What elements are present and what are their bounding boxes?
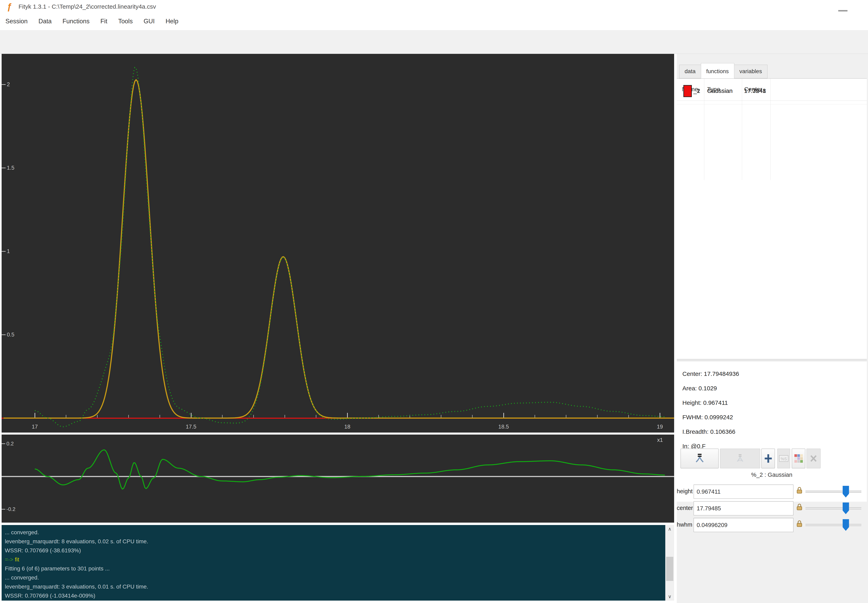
title-bar: ƒ Fityk 1.3.1 - C:\Temp\24_2\corrected.l… (0, 0, 868, 12)
panel-splitter[interactable] (677, 359, 867, 362)
y-tick-label: 0.5 (7, 332, 14, 338)
menu-item[interactable]: Functions (57, 18, 95, 25)
info-line: I.Breadth: 0.106366 (682, 425, 867, 439)
add-function-compass-icon (694, 453, 705, 464)
y-tick-label: 1.5 (7, 165, 14, 171)
svg-text:%S: %S (781, 457, 787, 461)
parameter-label: height (677, 488, 692, 495)
menu-item[interactable]: GUI (138, 18, 160, 25)
parameter-row: center (677, 501, 867, 515)
y-axis: 0.511.52 (2, 81, 14, 338)
lock-icon[interactable] (795, 503, 803, 514)
table-row[interactable]: _2 Gaussian 17.7948 (677, 79, 867, 104)
info-line: FWHM: 0.0999242 (682, 410, 867, 425)
minimize-button[interactable] (838, 10, 848, 11)
y-tick-label: 1 (7, 248, 10, 254)
percent-s-button: %S (777, 448, 790, 468)
colors-grid-button[interactable] (792, 448, 805, 468)
parameter-label: hwhm (677, 521, 692, 528)
menu-item[interactable]: Help (160, 18, 184, 25)
aux-tick-label: 0.2 (6, 441, 14, 447)
console-line: WSSR: 0.707669 (-38.6193%) (5, 546, 674, 555)
x-tick-label: 17.5 (186, 424, 197, 430)
console-lines: ... converged. levenberg_marquardt: 8 ev… (5, 528, 674, 600)
x-tick-label: 17 (32, 424, 38, 430)
function-info-box: Center: 17.79484936Area: 0.1029Height: 0… (677, 362, 867, 502)
output-console[interactable]: ... converged. levenberg_marquardt: 8 ev… (2, 525, 674, 601)
scroll-up-icon[interactable]: ∧ (665, 526, 674, 532)
menu-item[interactable]: Session (0, 18, 33, 25)
sidebar-panel: datafunctionsvariables Name Type Center … (677, 54, 868, 603)
y-tick-label: 2 (7, 81, 10, 87)
console-line: =-> fit (5, 555, 674, 564)
add-point-button[interactable] (761, 448, 775, 468)
console-line: ... converged. (5, 528, 674, 537)
slider-thumb[interactable] (843, 502, 849, 514)
selected-function-label: %_2 : Gaussian (677, 472, 867, 478)
auxiliary-plot-area[interactable]: 0.2-0.2 x1 (2, 434, 674, 523)
x-tick-label: 18.5 (498, 424, 509, 430)
x-axis: 1717.51818.519 (2, 413, 674, 430)
slider-track[interactable] (806, 507, 861, 509)
x-tick-label: 19 (657, 424, 663, 430)
sidebar-tab[interactable]: variables (734, 65, 767, 78)
parameter-row: hwhm (677, 518, 867, 532)
parameter-value-input[interactable] (694, 485, 794, 499)
parameter-row: height (677, 485, 867, 499)
sidebar-tab[interactable]: data (679, 65, 701, 78)
percent-s-icon: %S (778, 453, 789, 464)
model-sum-curve (4, 80, 674, 418)
aux-zero-line (2, 476, 674, 477)
menu-item[interactable]: Tools (113, 18, 138, 25)
info-line: Height: 0.967411 (682, 396, 867, 410)
fityk-app-icon: ƒ (7, 2, 12, 12)
lock-icon[interactable] (795, 520, 803, 531)
parameter-value-input[interactable] (694, 501, 794, 515)
slider-thumb[interactable] (843, 486, 849, 498)
menu-bar: SessionDataFunctionsFitToolsGUIHelp (0, 12, 868, 30)
add-function-compass-disabled-button: shbo (720, 448, 760, 468)
function-color-swatch[interactable] (684, 85, 692, 97)
auxiliary-plot-canvas[interactable]: 0.2-0.2 (2, 434, 674, 523)
window-title: Fityk 1.3.1 - C:\Temp\24_2\corrected.lin… (19, 3, 156, 10)
scroll-down-icon[interactable]: ∨ (665, 594, 674, 599)
console-scrollbar[interactable]: ∧ ∨ (665, 525, 674, 601)
info-line: Center: 17.79484936 (682, 366, 867, 381)
parameter-label: center (677, 505, 692, 511)
add-function-compass-button[interactable] (680, 448, 719, 468)
delete-button (806, 448, 820, 468)
add-point-icon (763, 453, 774, 464)
lock-icon (795, 503, 803, 511)
info-line: Area: 0.1029 (682, 381, 867, 396)
delete-icon (808, 453, 819, 464)
functions-list[interactable]: Name Type Center _1 Gaussian 17.3241 _2 … (677, 78, 867, 359)
x-tick-label: 18 (344, 424, 350, 430)
lock-icon (795, 520, 803, 527)
add-function-compass-disabled-icon: shbo (735, 453, 746, 464)
main-plot-canvas[interactable]: 1717.51818.5190.511.52 (2, 54, 674, 433)
menu-item[interactable]: Data (33, 18, 57, 25)
data-points-curve (35, 68, 665, 427)
sidebar-tab[interactable]: functions (701, 63, 734, 78)
lock-icon[interactable] (795, 486, 803, 498)
console-line: Fitting 6 (of 6) parameters to 301 point… (5, 564, 674, 573)
console-line: levenberg_marquardt: 8 evaluations, 0.02… (5, 537, 674, 546)
residual-curve (35, 450, 665, 489)
parameter-value-input[interactable] (694, 518, 794, 532)
slider-track[interactable] (806, 491, 861, 493)
scrollbar-thumb[interactable] (666, 557, 673, 581)
aux-tick-label: -0.2 (6, 506, 16, 512)
toolbar: Gaussian ∨ (0, 30, 868, 54)
console-line: WSSR: 0.707669 (-1.03414e-009%) (5, 591, 674, 600)
console-line: ... converged. (5, 573, 674, 582)
colors-grid-icon (793, 453, 804, 464)
sidebar-tabs: datafunctionsvariables (679, 57, 767, 78)
main-plot-area[interactable]: 1717.51818.5190.511.52 (2, 54, 674, 433)
slider-thumb[interactable] (843, 519, 849, 531)
console-line: levenberg_marquardt: 3 evaluations, 0.01… (5, 582, 674, 591)
aux-scale-multiplier: x1 (657, 437, 663, 443)
lock-icon (795, 486, 803, 494)
slider-track[interactable] (806, 524, 861, 526)
svg-text:shbo: shbo (738, 459, 742, 461)
menu-item[interactable]: Fit (95, 18, 113, 25)
